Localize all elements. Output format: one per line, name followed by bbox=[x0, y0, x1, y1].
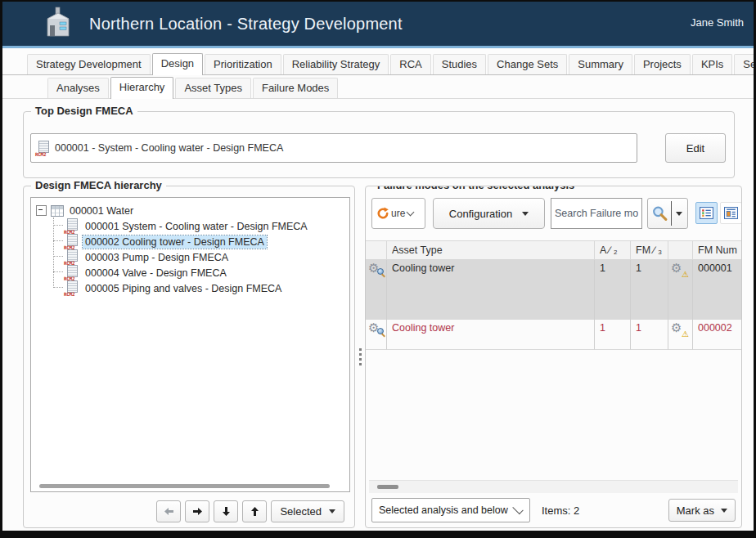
top-fmeca-field[interactable]: RCM2 000001 - System - Cooling water - D… bbox=[30, 133, 637, 163]
mark-as-button[interactable]: Mark as bbox=[668, 499, 736, 522]
fmeca-tree: 000001 Water RCM2 000001 System - Coolin… bbox=[30, 197, 350, 492]
chevron-down-icon bbox=[407, 208, 415, 217]
tree-item-selected[interactable]: RCM2 000002 Cooling tower - Design FMECA bbox=[64, 234, 267, 249]
tree-item-label[interactable]: 000003 Pump - Design FMECA bbox=[83, 251, 231, 264]
arrow-down-icon bbox=[221, 506, 232, 517]
cell-fm-number: 000001 bbox=[693, 260, 741, 320]
tree-item-label[interactable]: 000005 Piping and valves - Design FMECA bbox=[83, 282, 284, 295]
tree-item-label[interactable]: 000001 System - Cooling water - Design F… bbox=[83, 220, 310, 233]
type-combo-text: ure bbox=[391, 208, 407, 219]
tree-item-label[interactable]: 000004 Valve - Design FMECA bbox=[83, 267, 229, 280]
tree-connector-stub bbox=[53, 256, 63, 257]
edit-button[interactable]: Edit bbox=[665, 133, 726, 163]
arrow-left-icon bbox=[164, 506, 174, 517]
tab-studies[interactable]: Studies bbox=[433, 54, 486, 74]
tree-connector-stub bbox=[53, 271, 63, 272]
tab-strategy-development[interactable]: Strategy Development bbox=[27, 54, 151, 74]
cell-asset-type: Cooling tower bbox=[387, 260, 595, 320]
tree-item-label[interactable]: 000002 Cooling tower - Design FMECA bbox=[83, 235, 267, 249]
items-count: Items: 2 bbox=[542, 504, 579, 517]
button-divider bbox=[671, 201, 672, 226]
failure-mode-type-combo[interactable]: ure bbox=[371, 198, 425, 229]
table-horizontal-scrollbar[interactable] bbox=[369, 480, 738, 493]
detail-view-icon bbox=[724, 206, 738, 220]
tab-summary[interactable]: Summary bbox=[569, 54, 632, 74]
failure-modes-table: Asset Type A ∕ ₂ FM ∕ ₃ FM Num ⚙ Cooling… bbox=[366, 240, 741, 350]
failure-modes-footer: Selected analysis and below Items: 2 Mar… bbox=[371, 498, 736, 522]
tree-root-label[interactable]: 000001 Water bbox=[67, 204, 136, 217]
rcm2-document-icon: RCM2 bbox=[64, 234, 79, 249]
move-up-button[interactable] bbox=[242, 500, 267, 522]
tab-change-sets[interactable]: Change Sets bbox=[488, 54, 567, 74]
tab-reliability-strategy[interactable]: Reliability Strategy bbox=[283, 54, 389, 74]
rcm2-document-icon: RCM2 bbox=[64, 280, 79, 296]
failure-mode-icon bbox=[376, 207, 389, 220]
list-view-icon bbox=[700, 206, 713, 220]
tab-rca[interactable]: RCA bbox=[390, 54, 430, 74]
tree-root-item[interactable]: 000001 Water bbox=[36, 203, 136, 218]
rcm2-document-icon: RCM2 bbox=[64, 218, 79, 234]
tab-prioritization[interactable]: Prioritization bbox=[205, 54, 281, 74]
tree-item[interactable]: RCM2 000001 System - Cooling water - Des… bbox=[64, 218, 310, 234]
scrollbar-thumb[interactable] bbox=[377, 485, 398, 489]
cell-fm-number: 000002 bbox=[693, 320, 741, 350]
panel-splitter[interactable] bbox=[355, 186, 365, 528]
dropdown-arrow-icon bbox=[522, 212, 529, 216]
column-a-count[interactable]: A ∕ ₂ bbox=[595, 240, 631, 260]
tree-connector-line bbox=[53, 217, 54, 288]
tab-kpis[interactable]: KPIs bbox=[692, 54, 732, 74]
tree-nav-buttons: Selected bbox=[156, 500, 344, 522]
cell-fm-count: 1 bbox=[631, 260, 668, 320]
column-asset-type[interactable]: Asset Type bbox=[387, 240, 595, 260]
gear-warning-icon: ⚙⚠ bbox=[671, 321, 687, 336]
move-left-button[interactable] bbox=[156, 500, 181, 522]
dropdown-arrow-icon bbox=[329, 509, 335, 513]
table-row[interactable]: ⚙ Cooling tower 1 1 ⚙⚠ 000001 bbox=[366, 260, 741, 320]
move-down-button[interactable] bbox=[214, 500, 238, 522]
tree-connector-stub bbox=[53, 287, 63, 288]
cell-a-count: 1 bbox=[595, 320, 631, 350]
scope-combo[interactable]: Selected analysis and below bbox=[371, 498, 530, 522]
main-tab-bar: Strategy Development Design Prioritizati… bbox=[2, 52, 754, 75]
selected-menu-label: Selected bbox=[280, 505, 322, 518]
list-view-button[interactable] bbox=[695, 202, 718, 224]
table-row[interactable]: ⚙ Cooling tower 1 1 ⚙⚠ 000002 bbox=[366, 320, 741, 350]
tab-projects[interactable]: Projects bbox=[634, 54, 691, 74]
search-input[interactable] bbox=[551, 198, 642, 229]
dropdown-arrow-icon bbox=[721, 509, 727, 513]
subtab-failure-modes[interactable]: Failure Modes bbox=[253, 78, 338, 98]
collapse-expander-icon[interactable] bbox=[36, 205, 47, 216]
tree-item[interactable]: RCM2 000005 Piping and valves - Design F… bbox=[64, 280, 284, 296]
user-name[interactable]: Jane Smith bbox=[691, 16, 744, 29]
column-icon2[interactable] bbox=[668, 240, 693, 260]
column-fm-number[interactable]: FM Num bbox=[693, 240, 741, 260]
tree-item[interactable]: RCM2 000003 Pump - Design FMECA bbox=[64, 249, 231, 265]
hierarchy-group: Design FMECA hierarchy 000001 Water RCM2… bbox=[23, 186, 355, 528]
rcm2-document-icon: RCM2 bbox=[64, 265, 79, 280]
page-title: Northern Location - Strategy Development bbox=[89, 15, 403, 34]
detail-view-button[interactable] bbox=[720, 202, 742, 224]
move-right-button[interactable] bbox=[185, 500, 209, 522]
tree-item[interactable]: RCM2 000004 Valve - Design FMECA bbox=[64, 265, 229, 280]
failure-modes-toolbar: ure Configuration bbox=[366, 195, 741, 231]
subtab-asset-types[interactable]: Asset Types bbox=[175, 78, 251, 98]
sub-tab-bar: Analyses Hierarchy Asset Types Failure M… bbox=[2, 78, 754, 99]
rcm2-document-icon: RCM2 bbox=[35, 141, 51, 156]
search-button[interactable] bbox=[647, 198, 688, 229]
column-icon[interactable] bbox=[366, 240, 387, 260]
tab-settings[interactable]: Settings bbox=[734, 54, 756, 74]
tab-design[interactable]: Design bbox=[152, 53, 203, 75]
subtab-analyses[interactable]: Analyses bbox=[47, 78, 109, 98]
hierarchy-group-title: Design FMECA hierarchy bbox=[31, 179, 166, 191]
configuration-button[interactable]: Configuration bbox=[433, 198, 545, 229]
subtab-hierarchy[interactable]: Hierarchy bbox=[110, 77, 174, 99]
top-fmeca-group-title: Top Design FMECA bbox=[31, 105, 137, 117]
chevron-down-icon bbox=[512, 504, 524, 515]
dropdown-arrow-icon bbox=[676, 212, 682, 216]
selected-menu-button[interactable]: Selected bbox=[271, 500, 344, 522]
top-fmeca-group: Top Design FMECA RCM2 000001 - System - … bbox=[23, 111, 735, 178]
asset-grid-icon bbox=[51, 205, 64, 217]
column-fm-count[interactable]: FM ∕ ₃ bbox=[631, 240, 668, 260]
search-icon bbox=[651, 205, 668, 222]
tree-horizontal-scrollbar[interactable] bbox=[39, 484, 330, 488]
